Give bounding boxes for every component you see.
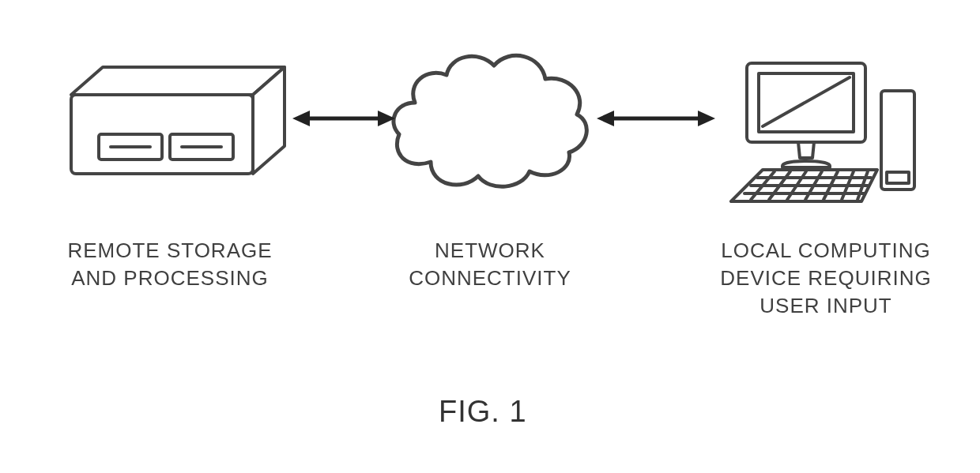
cloud-icon [383,36,597,201]
server-icon [55,55,292,213]
server-node [55,55,292,213]
svg-marker-25 [698,111,715,126]
figure-label: FIG. 1 [439,395,527,429]
computer-icon [719,47,925,213]
arrow-cloud-client [597,103,715,134]
client-node [719,47,925,213]
svg-marker-24 [597,111,614,126]
svg-marker-21 [292,111,310,126]
cloud-node [383,36,597,201]
client-label-block: LOCAL COMPUTING DEVICE REQUIRING USER IN… [707,237,944,320]
double-arrow-icon [597,103,715,134]
svg-marker-22 [378,111,395,126]
server-label-block: REMOTE STORAGE AND PROCESSING [43,237,296,292]
cloud-label-block: NETWORK CONNECTIVITY [387,237,593,292]
cloud-label: NETWORK CONNECTIVITY [387,237,593,292]
client-label: LOCAL COMPUTING DEVICE REQUIRING USER IN… [707,237,944,320]
arrow-server-cloud [292,103,395,134]
server-label: REMOTE STORAGE AND PROCESSING [43,237,296,292]
double-arrow-icon [292,103,395,134]
